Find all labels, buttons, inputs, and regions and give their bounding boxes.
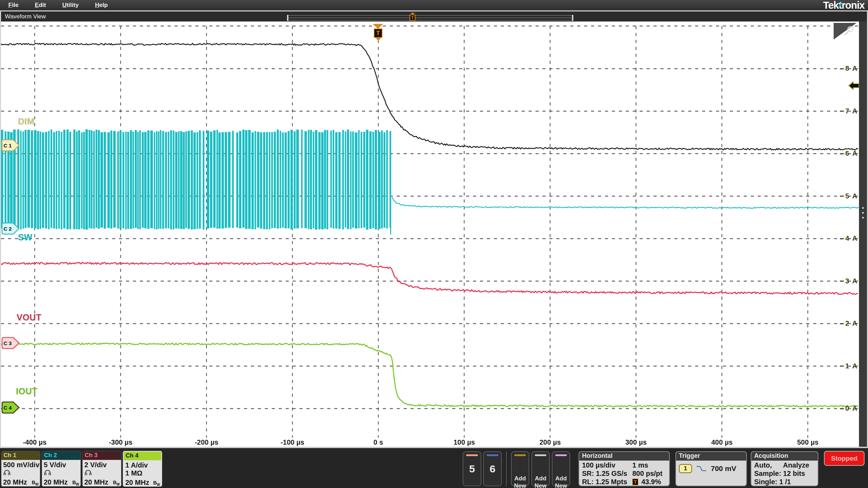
pwm-stripe: [366, 130, 369, 230]
pwm-end-spike: [390, 222, 391, 234]
pwm-stripe: [257, 132, 260, 228]
ch1-dim-trace[interactable]: [1, 43, 858, 150]
horizontal-panel[interactable]: Horizontal 100 µs/div1 ms SR: 1.25 GS/s8…: [579, 451, 670, 486]
pwm-stripe: [119, 130, 121, 229]
pwm-stripe: [277, 129, 279, 229]
pwm-stripe: [98, 130, 100, 229]
ch2-header: Ch 2: [42, 451, 81, 460]
pwm-stripe: [218, 132, 220, 229]
pwm-stripe: [290, 130, 293, 229]
acquisition-single-count: Single: 1 /1: [754, 478, 815, 486]
pwm-stripe: [73, 130, 75, 229]
pwm-stripe: [389, 131, 391, 228]
channel-handle-c1[interactable]: C 1: [1, 139, 20, 152]
trigger-level-arrow[interactable]: [848, 80, 860, 91]
pwm-stripe: [308, 130, 309, 229]
channel-handle-c2[interactable]: C 2: [1, 222, 20, 235]
channel-5-button[interactable]: 5: [463, 451, 481, 486]
pwm-stripe: [158, 131, 159, 229]
pwm-stripe: [63, 130, 65, 229]
channel-6-button[interactable]: 6: [483, 451, 502, 486]
probe-icon: [44, 469, 79, 478]
channel-handle-c4[interactable]: C 4: [1, 401, 20, 414]
trigger-position-percent: 43.9%: [641, 478, 661, 486]
pwm-stripe: [113, 131, 116, 228]
pwm-stripe: [40, 131, 41, 229]
ch6-color-stripe: [487, 454, 498, 456]
pwm-stripe: [252, 132, 254, 229]
pwm-stripe: [280, 131, 281, 228]
ch4-iout-trace[interactable]: [1, 343, 858, 407]
ch3-header: Ch 3: [83, 451, 121, 460]
bandwidth-limit-icon: BW: [72, 480, 79, 486]
pwm-stripe: [67, 130, 69, 229]
pwm-stripe: [168, 132, 169, 229]
trigger-panel-title: Trigger: [676, 452, 746, 461]
ch2-scale: 5 V/div: [44, 461, 79, 469]
pwm-stripe: [213, 130, 216, 228]
pwm-stripe: [91, 130, 93, 229]
trigger-position-marker[interactable]: T: [374, 28, 382, 38]
pwm-stripe: [315, 130, 318, 230]
trigger-source-badge: 1: [679, 464, 692, 473]
trace-label-dim[interactable]: DIM: [18, 117, 34, 127]
time-axis-label: 100 µs: [444, 438, 485, 446]
pwm-stripe: [93, 131, 95, 229]
pwm-stripe: [170, 130, 172, 230]
ch2-sw-trace[interactable]: [392, 197, 859, 208]
pwm-stripe: [34, 130, 36, 228]
run-stop-status-button[interactable]: Stopped: [824, 451, 865, 466]
pwm-stripe: [139, 130, 141, 230]
pwm-stripe: [285, 132, 287, 229]
pwm-stripe: [165, 132, 167, 229]
magnifier-icon[interactable]: [843, 25, 855, 37]
pwm-stripe: [85, 129, 88, 230]
horizontal-panel-title: Horizontal: [579, 452, 669, 461]
add-new-bus-button[interactable]: Add New Bus: [552, 451, 570, 486]
button-group-divider: [506, 452, 507, 486]
channel-handle-c3[interactable]: C 3: [1, 337, 20, 349]
pwm-stripe: [217, 130, 218, 229]
pwm-stripe: [335, 132, 337, 229]
pwm-stripe: [330, 131, 332, 228]
pwm-stripe: [248, 130, 251, 229]
pwm-stripe: [180, 131, 183, 229]
pwm-stripe: [347, 130, 349, 229]
pwm-stripe: [207, 131, 209, 229]
scroll-handle-dot: [862, 207, 864, 209]
pwm-stripe: [101, 132, 103, 228]
time-axis-label: 0 s: [357, 438, 399, 446]
pwm-stripe: [321, 132, 324, 230]
trace-label-iout[interactable]: IOUT: [16, 386, 37, 396]
pwm-stripe: [196, 132, 198, 229]
channel-badge-ch4[interactable]: Ch 4 1 A/div 1 MΩ 20 MHzBW: [123, 451, 162, 487]
pwm-stripe: [361, 132, 362, 228]
waveform-canvas: [0, 0, 868, 488]
add-new-ref-button[interactable]: Add New Ref: [531, 451, 550, 486]
ch3-vout-trace[interactable]: [1, 262, 858, 294]
trace-label-vout[interactable]: VOUT: [17, 313, 41, 323]
channel-badge-ch2[interactable]: Ch 2 5 V/div 20 MHzBW: [42, 451, 81, 487]
sample-rate: SR: 1.25 GS/s: [582, 470, 627, 477]
pwm-stripe: [384, 132, 385, 228]
pwm-stripe: [255, 131, 256, 230]
pwm-stripe: [318, 132, 320, 229]
trigger-position-arrow-icon[interactable]: [373, 24, 383, 29]
trace-label-sw[interactable]: SW: [18, 232, 32, 242]
pwm-stripe: [228, 132, 230, 228]
channel-badge-ch3[interactable]: Ch 3 2 V/div 20 MHzBW: [82, 451, 121, 487]
time-axis-label: -400 µs: [14, 438, 56, 446]
add-new-math-button[interactable]: Add New Math: [511, 451, 529, 486]
pwm-stripe: [117, 131, 119, 229]
acquisition-analyze: Analyze: [783, 461, 809, 470]
right-scroll-strip[interactable]: [859, 22, 867, 447]
amp-axis-label: 2 A: [834, 319, 858, 327]
acquisition-panel[interactable]: Acquisition Auto,Analyze Sample: 12 bits…: [751, 451, 818, 486]
channel-badge-ch1[interactable]: Ch 1 500 mV/div 20 MHzBW: [1, 451, 40, 487]
ch2-bandwidth: 20 MHz: [44, 478, 68, 486]
trigger-panel[interactable]: Trigger 1 700 mV: [675, 451, 747, 486]
sample-interval: 800 ps/pt: [632, 470, 663, 478]
pwm-stripe: [154, 132, 155, 229]
pwm-stripe: [125, 132, 127, 230]
pwm-stripe: [310, 130, 312, 229]
